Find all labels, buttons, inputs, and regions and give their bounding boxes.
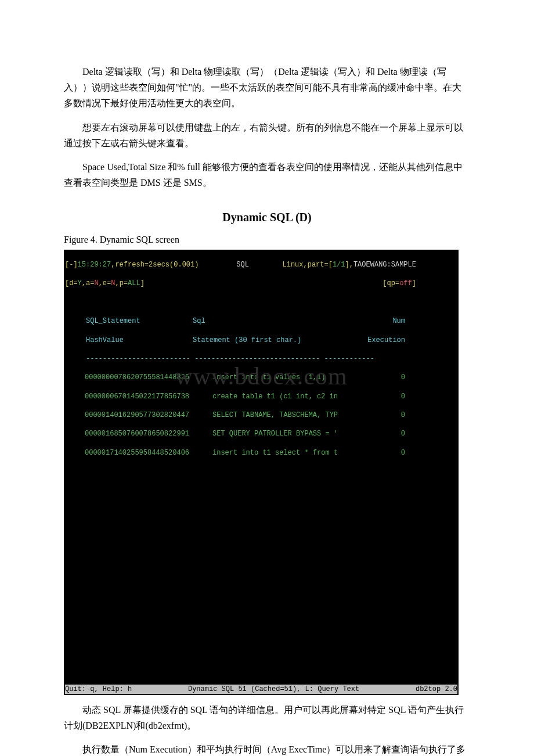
flag-d-val: Y — [78, 279, 82, 287]
document-page: Delta 逻辑读取（写）和 Delta 物理读取（写）（Delta 逻辑读（写… — [0, 0, 534, 756]
qp-end: ] — [412, 279, 416, 287]
qp-val: off — [399, 279, 412, 287]
term-os: Linux,part=[ — [282, 261, 332, 269]
paragraph: 想要左右滚动屏幕可以使用键盘上的左，右箭头键。所有的列信息不能在一个屏幕上显示可… — [64, 120, 470, 151]
term-data-row: 0000016850760078650822991SET QUERY PATRO… — [65, 429, 457, 438]
term-part: 1/1 — [333, 261, 345, 269]
term-data-row: 0000000670145022177856738create table t1… — [65, 392, 457, 401]
flag-p-val: ALL — [128, 279, 140, 287]
term-col-header-row2: HashValueStatement (30 first char.)Execu… — [65, 336, 457, 345]
flag-a-val: N — [94, 279, 98, 287]
flag-a-label: ,a= — [82, 279, 95, 287]
section-heading: Dynamic SQL (D) — [64, 208, 470, 226]
term-time: 15:29:27 — [78, 261, 111, 269]
term-host: TAOEWANG:SAMPLE — [353, 261, 416, 269]
paragraph: Delta 逻辑读取（写）和 Delta 物理读取（写）（Delta 逻辑读（写… — [64, 64, 470, 111]
term-version: db2top 2.0 — [416, 685, 457, 694]
term-bracket-close: ], — [345, 261, 353, 269]
flag-d-label: [d= — [65, 279, 78, 287]
term-data-row: 0000017140255958448520406insert into t1 … — [65, 448, 457, 458]
paragraph: 动态 SQL 屏幕提供缓存的 SQL 语句的详细信息。用户可以再此屏幕对特定 S… — [64, 702, 470, 733]
flag-end: ] — [140, 279, 145, 287]
terminal-status-bar: Quit: q, Help: hDynamic SQL 51 (Cached=5… — [65, 685, 457, 694]
term-data-row: 0000014016290577302820447SELECT TABNAME,… — [65, 411, 457, 420]
term-col-header-row1: SQL_StatementSqlNum — [65, 316, 457, 326]
figure-caption: Figure 4. Dynamic SQL screen — [64, 232, 470, 247]
term-quit-help: Quit: q, Help: h — [65, 685, 132, 694]
paragraph: Space Used,Total Size 和% full 能够很方便的查看各表… — [64, 159, 470, 190]
term-bracket: [-] — [65, 261, 78, 269]
flag-p-label: ,p= — [115, 279, 128, 287]
term-status-mid: Dynamic SQL 51 (Cached=51), L: Query Tex… — [188, 685, 359, 694]
qp-label: [qp= — [383, 279, 399, 287]
paragraph: 执行数量（Num Execution）和平均执行时间（Avg ExecTime）… — [64, 741, 470, 756]
term-divider: ------------------------- --------------… — [65, 354, 457, 363]
term-refresh: ,refresh=2secs(0.001) — [111, 261, 199, 269]
terminal-screenshot: [-]15:29:27,refresh=2secs(0.001) SQL Lin… — [64, 250, 459, 695]
term-data-row: 0000000078620755581448826insert into t1 … — [65, 373, 457, 382]
flag-e-label: ,e= — [99, 279, 111, 287]
term-screen-title: SQL — [236, 261, 249, 269]
